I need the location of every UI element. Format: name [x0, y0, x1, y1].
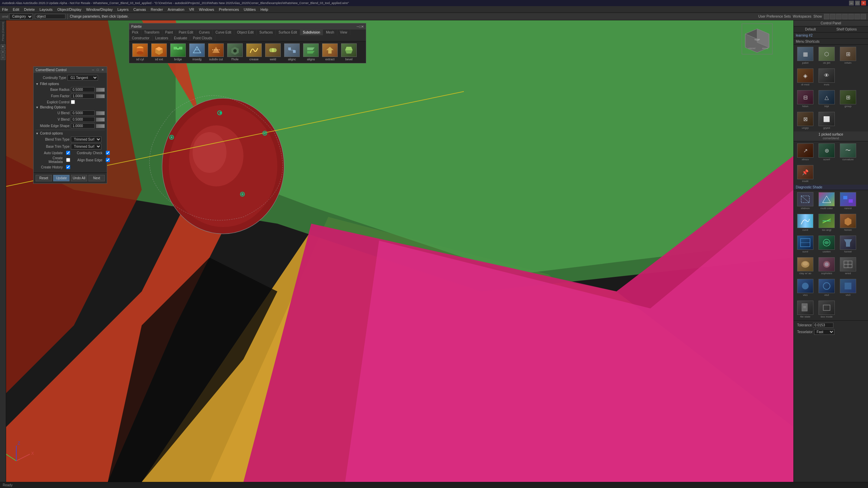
- align-base-edge-checkbox[interactable]: [106, 158, 110, 162]
- control-options-header[interactable]: ▼ Control options: [36, 131, 105, 135]
- palette-minimize[interactable]: ─: [357, 25, 359, 28]
- learning-label[interactable]: learning #2: [794, 33, 868, 39]
- rp-btn-multi-color[interactable]: multi color: [816, 191, 837, 210]
- rp-btn-useten[interactable]: useten: [816, 235, 837, 254]
- tab-mesh[interactable]: Mesh: [323, 29, 337, 35]
- tab-pick[interactable]: Pick: [129, 29, 141, 35]
- form-factor-input[interactable]: [71, 94, 95, 99]
- tool-weld[interactable]: weld: [264, 43, 282, 61]
- rp-btn-insdit[interactable]: 📌 insdit: [795, 164, 815, 183]
- base-trim-type-select[interactable]: Trimmed Surface Untrimmed Surface: [71, 144, 101, 149]
- menu-window-display[interactable]: Window/Display: [86, 7, 113, 12]
- menu-layers[interactable]: Layers: [117, 7, 129, 12]
- continuity-type-select[interactable]: G1 Tangent G0 Position G2 Curvature: [67, 75, 98, 81]
- rp-btn-objlet[interactable]: ⬡ ob jlet: [816, 46, 837, 65]
- lt-btn-2[interactable]: +: [1, 50, 5, 55]
- rp-btn-survl[interactable]: survl: [795, 235, 815, 254]
- rp-btn-dimod[interactable]: ◈ di mod: [795, 68, 815, 87]
- viewport[interactable]: TOP FRONT RIGHT X Y Z: [6, 20, 793, 482]
- menu-canvas[interactable]: Canvas: [133, 7, 146, 12]
- toolbar-icon-6[interactable]: [854, 14, 860, 19]
- workspaces-label[interactable]: Workspaces: [793, 15, 811, 18]
- user-pref-label[interactable]: User Preference Sets: [758, 15, 791, 18]
- tab-surfaces[interactable]: Surfaces: [257, 29, 276, 35]
- continuity-check-checkbox[interactable]: [106, 151, 110, 155]
- toolbar-icon-1[interactable]: [824, 14, 829, 19]
- auto-update-checkbox[interactable]: [66, 151, 70, 155]
- tab-point-clouds[interactable]: Point Clouds: [190, 35, 215, 41]
- menu-windows[interactable]: Windows: [199, 7, 214, 12]
- explicit-control-checkbox[interactable]: [71, 100, 75, 104]
- tool-crease[interactable]: crease: [245, 43, 263, 61]
- create-metadata-checkbox[interactable]: [66, 158, 70, 162]
- object-input[interactable]: [35, 14, 65, 19]
- tab-paint-edit[interactable]: Paint Edit: [176, 29, 196, 35]
- rp-btn-vis3[interactable]: vis3: [838, 278, 858, 297]
- menu-layouts[interactable]: Layouts: [40, 7, 53, 12]
- close-button[interactable]: ✕: [861, 1, 866, 5]
- cb-minimize[interactable]: ─: [91, 68, 95, 72]
- tool-extract[interactable]: extract: [321, 43, 339, 61]
- toolbar-icon-4[interactable]: [842, 14, 848, 19]
- tool-fhole[interactable]: f'hole: [226, 43, 244, 61]
- palette-close[interactable]: ✕: [361, 25, 364, 28]
- show-label[interactable]: Show: [813, 15, 822, 18]
- menu-vr[interactable]: VR: [189, 7, 194, 12]
- rp-btn-vis2[interactable]: vis2: [816, 278, 837, 297]
- middle-edge-shape-input[interactable]: [71, 123, 95, 128]
- rp-btn-vis1[interactable]: vis1: [795, 278, 815, 297]
- rp-btn-ungrp[interactable]: ⊠ ungrp: [795, 111, 815, 130]
- rp-btn-box-mode[interactable]: box mode: [816, 300, 837, 319]
- tab-subdivision[interactable]: Subdivision: [300, 29, 323, 35]
- shelf-options-label[interactable]: Shelf Options: [836, 27, 857, 31]
- tolerance-input[interactable]: [813, 323, 833, 328]
- undo-all-button[interactable]: Undo All: [71, 175, 87, 181]
- tool-subdiv-cut[interactable]: subdiv cut: [207, 43, 225, 61]
- cb-close[interactable]: ✕: [101, 68, 105, 72]
- shortcuts-label[interactable]: Menu Shortcuts: [794, 39, 868, 45]
- blend-trim-type-select[interactable]: Trimmed Surface Untrimmed Surface: [71, 137, 101, 142]
- rp-btn-clay[interactable]: clay w/ ao: [795, 257, 815, 276]
- rp-btn-file-state[interactable]: file state: [795, 300, 815, 319]
- lt-btn-1[interactable]: ≡: [1, 44, 5, 49]
- blending-options-header[interactable]: ▼ Blending Options: [36, 105, 105, 109]
- toolbar-icon-7[interactable]: [861, 14, 866, 19]
- rp-btn-wred[interactable]: wred: [838, 257, 858, 276]
- tab-evaluate[interactable]: Evaluate: [171, 35, 190, 41]
- tool-alignc[interactable]: alignc: [283, 43, 301, 61]
- v-blend-input[interactable]: [71, 117, 95, 122]
- tool-sd-ext[interactable]: sd ext: [150, 43, 168, 61]
- tab-curve-edit[interactable]: Curve Edit: [213, 29, 234, 35]
- minimize-button[interactable]: ─: [849, 1, 854, 5]
- rp-btn-curvature[interactable]: 〜 curvature: [838, 143, 858, 162]
- tab-surface-edit[interactable]: Surface Edit: [276, 29, 300, 35]
- menu-file[interactable]: File: [2, 7, 8, 12]
- rp-btn-scnrrf[interactable]: ⊛ scnrrf: [816, 143, 837, 162]
- rp-btn-sophotes[interactable]: sophotes: [816, 257, 837, 276]
- tab-object-edit[interactable]: Object Edit: [234, 29, 257, 35]
- toolbar-icon-5[interactable]: [848, 14, 854, 19]
- rp-btn-xfmcv[interactable]: ↗ xfmcv: [795, 143, 815, 162]
- palette-titlebar[interactable]: Palette ─ □ ✕: [129, 23, 366, 29]
- rp-btn-pallet[interactable]: ▦ pallet: [795, 46, 815, 65]
- tab-locators[interactable]: Locators: [153, 35, 171, 41]
- menu-edit[interactable]: Edit: [13, 7, 19, 12]
- toolbar-icon-3[interactable]: [836, 14, 842, 19]
- rp-btn-infwin[interactable]: ⊞ infwin: [838, 46, 858, 65]
- menu-utilities[interactable]: Utilities: [244, 7, 256, 12]
- rp-btn-iso-angl[interactable]: iso angl: [816, 213, 837, 232]
- default-label[interactable]: Default: [805, 27, 816, 31]
- menu-animation[interactable]: Animation: [168, 7, 184, 12]
- toolbar-icon-2[interactable]: [830, 14, 835, 19]
- rp-btn-shdnon[interactable]: shdnon: [795, 191, 815, 210]
- rp-btn-curvl[interactable]: curvl: [795, 213, 815, 232]
- tool-brdge[interactable]: brdge: [169, 43, 187, 61]
- menu-delete[interactable]: Delete: [24, 7, 35, 12]
- base-radius-input[interactable]: [71, 87, 95, 92]
- tab-transform[interactable]: Transform: [141, 29, 162, 35]
- rp-btn-gryed[interactable]: ⬜ gryed: [816, 111, 837, 130]
- tab-view[interactable]: View: [337, 29, 351, 35]
- menu-help[interactable]: Help: [260, 7, 268, 12]
- menu-render[interactable]: Render: [151, 7, 163, 12]
- update-button[interactable]: Update: [53, 175, 70, 181]
